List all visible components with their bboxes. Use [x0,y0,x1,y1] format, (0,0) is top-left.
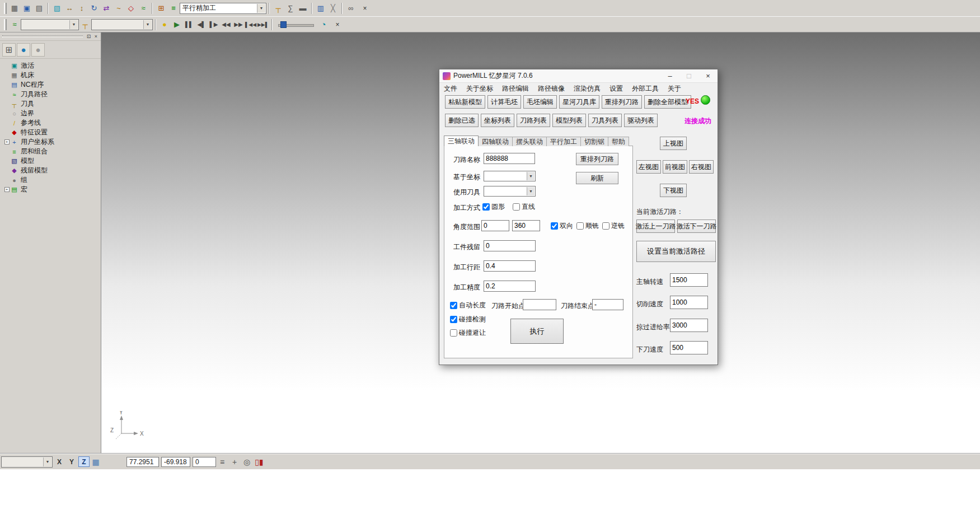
cutting-feed-input[interactable] [670,296,708,309]
dropdown-arrow-icon[interactable]: ▼ [527,187,534,195]
tree-item-groups[interactable]: ●组 [0,175,101,185]
tab-help[interactable]: 帮助 [608,137,629,146]
tree-item-workplanes[interactable]: ++用户坐标系 [0,137,101,147]
toolpath-list-button[interactable]: 刀路列表 [517,114,550,127]
tool-icon[interactable]: ┬ [272,2,284,15]
pattern-icon[interactable]: ≈ [137,2,149,15]
spindle-speed-input[interactable] [670,273,708,287]
tree-item-boundaries[interactable]: ○边界 [0,109,101,118]
tool-list-button[interactable]: 刀具列表 [588,114,622,127]
toolpath-list-icon[interactable]: ≈ [8,18,21,31]
expand-toggle[interactable]: + [4,187,10,192]
collision-avoid-checkbox[interactable]: 碰撞避让 [450,328,486,338]
tab-swivel-head[interactable]: 摆头联动 [512,137,547,146]
globe-icon[interactable]: ● [17,43,30,57]
dropdown-arrow-icon[interactable]: ▼ [69,20,78,29]
view-top-button[interactable]: 上视图 [660,137,687,150]
tool-library-button[interactable]: 星河刀具库 [559,95,599,109]
stepover-input[interactable] [484,260,536,272]
feature-set-icon[interactable]: ⊞ [155,2,167,15]
boundary-icon[interactable]: ◇ [125,2,137,15]
conventional-mill-checkbox[interactable]: 逆铣 [602,221,625,231]
tree-item-activate[interactable]: ▣激活 [0,61,101,71]
slider-handle[interactable] [280,21,287,28]
close-button[interactable]: × [698,69,718,82]
toolbar-close-button[interactable]: × [333,20,342,29]
tree-item-models[interactable]: ▧模型 [0,156,101,166]
light-icon[interactable]: ● [158,18,171,31]
drive-list-button[interactable]: 驱动列表 [624,114,658,127]
block-icon[interactable]: ▧ [51,2,63,15]
pause-icon[interactable]: ▌▌ [183,18,195,31]
step-back-icon[interactable]: ◀▌ [195,18,208,31]
tool-dropdown[interactable]: ▼ [91,19,153,30]
menu-render-sim[interactable]: 渲染仿真 [569,83,605,94]
toolpath-name-input[interactable] [484,153,535,164]
panel-drag-handle[interactable] [2,35,83,38]
coord-z-field[interactable]: 0 [193,457,216,467]
go-end-icon[interactable]: ▶▶▌ [257,18,269,31]
view-right-button[interactable]: 右视图 [689,160,714,174]
execute-button[interactable]: 执行 [510,319,564,344]
stats-icon[interactable]: ▥ [315,2,327,15]
z-level-icon[interactable]: ↕ [76,2,88,15]
dropdown-arrow-icon[interactable]: ▼ [257,4,265,13]
tree-item-levels-and-sets[interactable]: ≡层和组合 [0,147,101,156]
tool-icon[interactable]: ┬ [79,18,91,31]
rewind-icon[interactable]: ◀◀ [220,18,232,31]
calculate-icon[interactable]: ∑ [284,2,297,15]
tab-parallel[interactable]: 平行加工 [546,137,581,146]
go-start-icon[interactable]: ▌◀◀ [245,18,257,31]
explorer-icon[interactable]: ⊞ [2,43,16,57]
view-front-button[interactable]: 前视图 [663,160,687,174]
toolbar-grip[interactable] [4,3,7,14]
delete-all-models-button[interactable]: 删除全部模型 [644,95,691,109]
axis-z-button[interactable]: Z [78,456,90,467]
angle-to-input[interactable] [512,220,540,231]
menu-path-mirror[interactable]: 路径镜像 [533,83,569,94]
tree-item-machine[interactable]: ▦机床 [0,71,101,80]
step-forward-icon[interactable]: ▌▶ [208,18,220,31]
set-active-path-button[interactable]: 设置当前激活路径 [636,241,716,262]
climb-mill-checkbox[interactable]: 顺铣 [576,221,599,231]
circle-checkbox[interactable]: 圆形 [482,202,505,212]
coord-y-field[interactable]: -69.918 [161,457,190,467]
angle-from-input[interactable] [481,220,509,231]
rearrange-toolpath-button[interactable]: 重排列刀路 [576,153,618,165]
view-bottom-button[interactable]: 下视图 [660,184,687,197]
menu-file[interactable]: 文件 [439,83,462,94]
target-icon[interactable]: ◎ [241,456,253,468]
toolpath-dropdown[interactable]: ▼ [21,19,79,30]
tab-4axis[interactable]: 四轴联动 [478,137,513,146]
coord-select[interactable]: ▼ [484,171,536,181]
stock-edit-button[interactable]: 毛坯编辑 [523,95,557,109]
dialog-titlebar[interactable]: PowerMILL 忆梦星河 7.0.6 – □ × [439,69,718,83]
toolbar-grip[interactable] [4,19,7,30]
print-icon[interactable]: ▤ [33,2,45,15]
model-list-button[interactable]: 模型列表 [552,114,586,127]
find-icon[interactable]: ∞ [345,2,357,15]
machine-icon[interactable]: ╳ [327,2,339,15]
tree-item-feature-sets[interactable]: ◆特征设置 [0,128,101,137]
stock-model-icon[interactable]: ▦ [8,2,21,15]
menu-settings[interactable]: 设置 [605,83,627,94]
tree-item-macros[interactable]: +▤宏 [0,185,101,194]
collision-check-checkbox[interactable]: 碰撞检测 [450,315,486,324]
path-start-input[interactable] [523,299,556,310]
menu-path-edit[interactable]: 路径编辑 [498,83,533,94]
coord-list-button[interactable]: 坐标列表 [481,114,514,127]
tab-3axis[interactable]: 三轴联动 [444,136,479,146]
list-icon[interactable]: ≡ [216,456,228,468]
tree-item-toolpaths[interactable]: ≈刀具路径 [0,90,101,99]
panel-pin-icon[interactable]: ⊡ [85,33,92,40]
tree-item-tools[interactable]: ┬刀具 [0,99,101,109]
compute-stock-button[interactable]: 计算毛坯 [487,95,521,109]
strategy-dropdown[interactable]: 平行精加工 ▼ [180,3,266,14]
statusbar-dropdown[interactable]: ▼ [1,456,53,468]
bidirectional-checkbox[interactable]: 双向 [551,221,573,231]
auto-length-checkbox[interactable]: 自动长度 [450,301,486,310]
menu-external-tools[interactable]: 外部工具 [627,83,663,94]
line-checkbox[interactable]: 直线 [513,202,535,212]
dropdown-arrow-icon[interactable]: ▼ [143,20,152,29]
panel-close-button[interactable]: × [92,33,100,40]
